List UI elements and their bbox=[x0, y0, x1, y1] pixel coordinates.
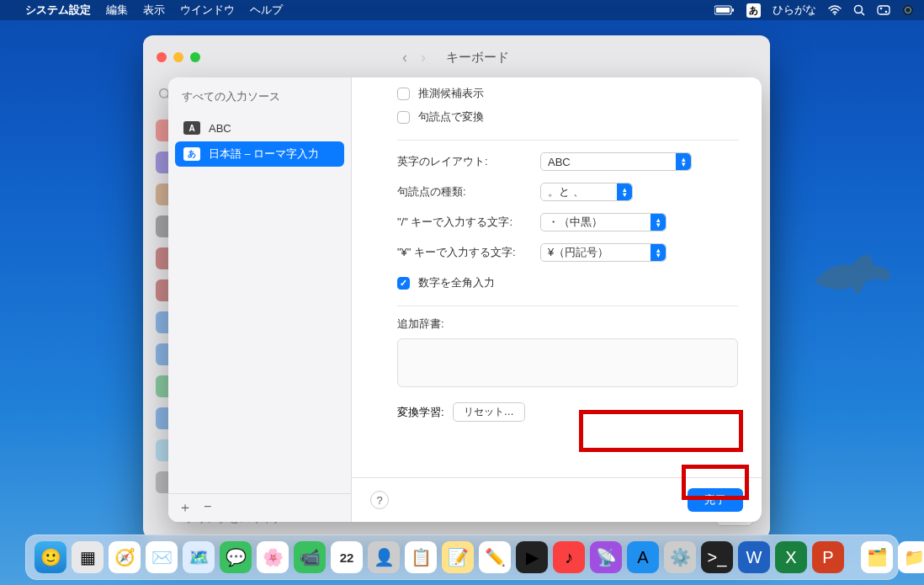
punct-convert-label: 句読点で変換 bbox=[418, 109, 484, 125]
layout-value: ABC bbox=[548, 156, 571, 168]
dock-freeform[interactable]: ✏️ bbox=[479, 541, 511, 573]
menubar-item-view[interactable]: 表示 bbox=[143, 3, 165, 18]
learning-label: 変換学習: bbox=[397, 405, 444, 420]
additional-dict-label: 追加辞書: bbox=[397, 316, 738, 332]
punct-type-value: 。と 、 bbox=[548, 184, 584, 199]
ime-badge[interactable]: あ bbox=[746, 3, 761, 18]
dock-contacts[interactable]: 👤 bbox=[368, 541, 400, 573]
punct-convert-checkbox[interactable] bbox=[397, 111, 410, 124]
predictive-label: 推測候補表示 bbox=[418, 86, 484, 101]
svg-point-11 bbox=[160, 89, 168, 98]
menubar-app-name[interactable]: システム設定 bbox=[25, 3, 91, 18]
window-title: キーボード bbox=[446, 50, 509, 66]
dock-calendar[interactable]: 22 bbox=[331, 541, 363, 573]
layout-select[interactable]: ABC ▴▾ bbox=[540, 152, 692, 171]
svg-line-5 bbox=[862, 13, 865, 16]
dock-terminal[interactable]: >_ bbox=[701, 541, 733, 573]
dock-notes[interactable]: 📝 bbox=[442, 541, 474, 573]
dock-powerpoint[interactable]: P bbox=[812, 541, 844, 573]
svg-point-4 bbox=[855, 6, 863, 13]
input-sources-header: すべての入力ソース bbox=[168, 77, 351, 113]
chevron-updown-icon: ▴▾ bbox=[651, 244, 666, 261]
dock-word[interactable]: W bbox=[738, 541, 770, 573]
control-center-icon[interactable] bbox=[877, 5, 890, 15]
fullwidth-digits-checkbox[interactable] bbox=[397, 277, 410, 290]
yen-key-label: "¥" キーで入力する文字: bbox=[397, 245, 540, 260]
dock: 🙂 ▦ 🧭 ✉️ 🗺️ 💬 🌸 📹 22 👤 📋 📝 ✏️ ▶ ♪ 📡 A ⚙️… bbox=[25, 534, 899, 580]
done-button[interactable]: 完了 bbox=[688, 488, 743, 512]
punct-type-label: 句読点の種類: bbox=[397, 184, 540, 199]
input-sources-sheet: すべての入力ソース A ABC あ 日本語 – ローマ字入力 ＋ − 推測候補表… bbox=[168, 77, 762, 522]
input-source-badge: A bbox=[183, 121, 200, 135]
additional-dict-box[interactable] bbox=[397, 338, 738, 387]
dock-appstore[interactable]: A bbox=[627, 541, 659, 573]
help-button[interactable]: ? bbox=[370, 491, 389, 509]
input-source-japanese[interactable]: あ 日本語 – ローマ字入力 bbox=[175, 141, 344, 167]
menubar-item-edit[interactable]: 編集 bbox=[106, 3, 128, 18]
dock-finder[interactable]: 🙂 bbox=[35, 541, 66, 573]
add-source-button[interactable]: ＋ bbox=[178, 499, 192, 517]
svg-rect-1 bbox=[716, 8, 730, 13]
svg-rect-2 bbox=[732, 8, 734, 12]
wifi-icon[interactable] bbox=[828, 5, 842, 15]
slash-key-label: "/" キーで入力する文字: bbox=[397, 215, 540, 230]
dock-reminders[interactable]: 📋 bbox=[405, 541, 437, 573]
yen-key-select[interactable]: ¥（円記号） ▴▾ bbox=[540, 243, 666, 262]
dock-excel[interactable]: X bbox=[775, 541, 807, 573]
svg-rect-6 bbox=[878, 6, 889, 14]
chevron-updown-icon: ▴▾ bbox=[676, 153, 691, 170]
siri-icon[interactable] bbox=[902, 4, 914, 16]
input-source-badge: あ bbox=[183, 147, 200, 161]
ime-label[interactable]: ひらがな bbox=[773, 3, 816, 18]
reset-learning-button[interactable]: リセット… bbox=[453, 402, 525, 422]
predictive-checkbox[interactable] bbox=[397, 88, 410, 100]
window-traffic-lights[interactable] bbox=[157, 52, 200, 62]
svg-point-7 bbox=[880, 8, 883, 10]
dock-downloads[interactable]: 📁 bbox=[898, 541, 924, 573]
layout-label: 英字のレイアウト: bbox=[397, 154, 540, 169]
dock-settings[interactable]: ⚙️ bbox=[664, 541, 696, 573]
svg-point-9 bbox=[903, 5, 913, 15]
fullwidth-digits-label: 数字を全角入力 bbox=[418, 275, 495, 290]
svg-point-8 bbox=[885, 11, 888, 13]
back-button[interactable]: ‹ bbox=[402, 49, 407, 66]
dock-mail[interactable]: ✉️ bbox=[146, 541, 178, 573]
search-icon[interactable] bbox=[853, 4, 865, 16]
dock-safari[interactable]: 🧭 bbox=[109, 541, 141, 573]
dock-recent[interactable]: 🗂️ bbox=[861, 541, 893, 573]
dock-messages[interactable]: 💬 bbox=[220, 541, 252, 573]
dock-tv[interactable]: ▶ bbox=[516, 541, 548, 573]
input-sources-list: A ABC あ 日本語 – ローマ字入力 bbox=[168, 113, 351, 493]
slash-key-select[interactable]: ・（中黒） ▴▾ bbox=[540, 213, 666, 231]
dock-music[interactable]: ♪ bbox=[553, 541, 585, 573]
dock-photos[interactable]: 🌸 bbox=[257, 541, 289, 573]
menubar-item-help[interactable]: ヘルプ bbox=[250, 3, 283, 18]
chevron-updown-icon: ▴▾ bbox=[617, 183, 632, 200]
chevron-updown-icon: ▴▾ bbox=[651, 214, 666, 231]
dock-launchpad[interactable]: ▦ bbox=[72, 541, 104, 573]
wallpaper-dolphin bbox=[806, 236, 907, 311]
forward-button[interactable]: › bbox=[421, 49, 426, 66]
dock-podcasts[interactable]: 📡 bbox=[590, 541, 622, 573]
battery-icon[interactable] bbox=[714, 5, 735, 15]
svg-point-3 bbox=[834, 13, 836, 15]
dock-facetime[interactable]: 📹 bbox=[294, 541, 326, 573]
dock-maps[interactable]: 🗺️ bbox=[183, 541, 215, 573]
punct-type-select[interactable]: 。と 、 ▴▾ bbox=[540, 183, 633, 201]
slash-key-value: ・（中黒） bbox=[548, 215, 603, 230]
input-source-abc[interactable]: A ABC bbox=[175, 116, 344, 140]
yen-key-value: ¥（円記号） bbox=[548, 245, 608, 260]
menubar: システム設定 編集 表示 ウインドウ ヘルプ あ ひらがな bbox=[0, 0, 924, 20]
input-source-label: 日本語 – ローマ字入力 bbox=[209, 146, 319, 162]
remove-source-button[interactable]: − bbox=[204, 499, 211, 517]
menubar-item-window[interactable]: ウインドウ bbox=[180, 3, 235, 18]
input-source-label: ABC bbox=[209, 122, 231, 135]
